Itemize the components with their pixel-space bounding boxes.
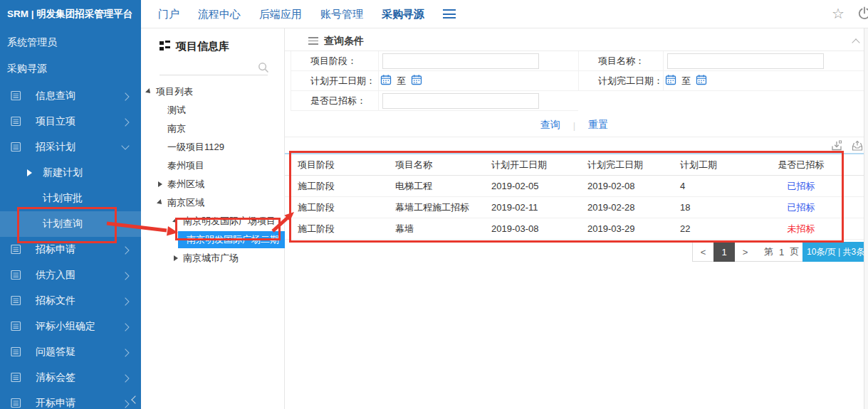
cell-start: 2019-02-05 [491, 181, 587, 191]
project-name-input[interactable] [667, 53, 824, 69]
col-header[interactable]: 计划工期 [680, 159, 758, 171]
tree-node-taizhou-project[interactable]: 泰州项目 [141, 156, 285, 175]
tendered-input[interactable] [382, 93, 539, 109]
tree-collapsed-icon[interactable] [174, 255, 178, 261]
tree-node-level1-1129[interactable]: 一级项目1129 [141, 138, 285, 156]
chevron-right-icon [121, 297, 129, 305]
document-icon [10, 90, 22, 102]
topbar: 门户 流程中心 后端应用 账号管理 采购寻源 ☆ [141, 0, 868, 28]
tree-expanded-icon[interactable] [172, 218, 179, 225]
calendar-icon[interactable] [696, 74, 707, 87]
chevron-right-icon [121, 323, 129, 331]
col-header[interactable]: 项目阶段 [298, 159, 395, 171]
sidebar-module-label[interactable]: 采购寻源 [7, 63, 47, 75]
page-jump-input[interactable]: 1 [779, 247, 784, 257]
tree-expanded-icon[interactable] [145, 88, 152, 95]
next-page-button[interactable]: > [735, 243, 755, 261]
tree-node-project-list[interactable]: 项目列表 [141, 83, 285, 101]
tree-node-nanjing-region[interactable]: 南京区域 [141, 193, 285, 212]
nav-account-mgmt[interactable]: 账号管理 [320, 8, 363, 21]
col-header[interactable]: 计划完工日期 [587, 159, 680, 171]
search-icon[interactable] [258, 62, 269, 73]
nav-portal[interactable]: 门户 [158, 8, 179, 21]
project-name-label: 项目名称： [578, 51, 664, 71]
export-tray-icon[interactable] [851, 139, 864, 152]
tree-node-nanjing[interactable]: 南京 [141, 119, 285, 138]
calendar-icon[interactable] [380, 74, 392, 87]
page-jump-suffix: 页 [790, 245, 799, 258]
sidebar-item-eval-team[interactable]: 评标小组确定 [0, 314, 141, 339]
collapse-up-icon[interactable] [852, 38, 859, 46]
chevron-right-icon [121, 118, 129, 126]
cell-duration: 4 [680, 181, 758, 191]
tree-node-test[interactable]: 测试 [141, 101, 285, 119]
sidebar-item-qa[interactable]: 问题答疑 [0, 339, 141, 365]
status-link-untendered[interactable]: 未招标 [758, 223, 844, 235]
nav-process-center[interactable]: 流程中心 [198, 8, 241, 21]
sidebar-item-label: 问题答疑 [36, 346, 75, 358]
document-icon [10, 397, 22, 409]
table-toolbar [830, 139, 864, 152]
tree-expanded-icon[interactable] [157, 199, 164, 206]
prev-page-button[interactable]: < [693, 243, 713, 261]
tree-node-nanjing-city-plaza[interactable]: 南京城市广场 [141, 249, 285, 267]
document-icon [10, 320, 22, 332]
sidebar-item-project-setup[interactable]: 项目立项 [0, 109, 141, 134]
sidebar-item-label: 招标申请 [36, 243, 75, 256]
cell-end: 2019-02-28 [587, 202, 680, 213]
query-form: 项目阶段： 项目名称： 计划开工日期： 至 计划完工日期： 至 是否已招标： [291, 51, 864, 111]
table-row[interactable]: 施工阶段 幕墙 2019-03-08 2019-03-29 22 未招标 [285, 218, 864, 240]
sidebar-item-info-query[interactable]: 信息查询 [0, 83, 141, 109]
chevron-right-icon [121, 246, 129, 254]
col-header[interactable]: 计划开工日期 [491, 159, 587, 171]
tree-collapsed-icon[interactable] [158, 181, 162, 187]
sidebar-item-label: 项目立项 [36, 115, 75, 128]
sidebar-item-tender-docs[interactable]: 招标文件 [0, 288, 141, 314]
tree-node-mingfa-plaza-project[interactable]: 南京明发国际广场项目 [141, 212, 285, 230]
tree-search-input[interactable] [160, 60, 268, 75]
tree-node-taizhou-region[interactable]: 泰州区域 [141, 175, 285, 193]
col-header[interactable]: 是否已招标 [758, 159, 844, 171]
table-row[interactable]: 施工阶段 电梯工程 2019-02-05 2019-02-08 4 已招标 [285, 176, 864, 197]
document-icon [10, 371, 22, 383]
sidebar-item-bid-clarify[interactable]: 清标会签 [0, 365, 141, 391]
sidebar-item-supplier-shortlist[interactable]: 供方入围 [0, 262, 141, 288]
nav-procurement-sourcing[interactable]: 采购寻源 [382, 8, 424, 21]
chevron-right-icon [121, 400, 129, 408]
button-divider: | [573, 120, 575, 131]
sidebar-item-plan-query[interactable]: 计划查询 [0, 211, 141, 237]
status-link-tendered[interactable]: 已招标 [758, 201, 844, 214]
status-link-tendered[interactable]: 已招标 [758, 180, 844, 193]
col-header[interactable]: 项目名称 [395, 159, 491, 171]
query-buttons-row: 查询 | 重置 [285, 114, 864, 137]
table-row[interactable]: 施工阶段 幕墙工程施工招标 2019-02-11 2019-02-28 18 已… [285, 197, 864, 218]
document-icon [10, 294, 22, 307]
sidebar-item-tender-plan[interactable]: 招采计划 [0, 134, 141, 160]
scrollbar[interactable] [864, 28, 868, 409]
search-button[interactable]: 查询 [540, 119, 560, 132]
sidebar-item-tender-apply[interactable]: 招标申请 [0, 237, 141, 262]
page-size-summary-badge[interactable]: 10条/页 | 共3条 [802, 242, 868, 262]
sidebar-item-label: 计划查询 [43, 218, 83, 230]
cell-name: 电梯工程 [395, 180, 491, 193]
reset-button[interactable]: 重置 [588, 119, 608, 132]
download-icon[interactable] [830, 139, 843, 152]
nav-backend-apps[interactable]: 后端应用 [259, 8, 302, 21]
date-range-to: 至 [397, 75, 406, 87]
tree-node-label-selected[interactable]: 南京明发国际广场二期 [178, 231, 288, 248]
sidebar-item-new-plan[interactable]: 新建计划 [0, 160, 141, 186]
tree-node-mingfa-plaza-phase2[interactable]: 南京明发国际广场二期 [141, 230, 285, 249]
calendar-icon[interactable] [665, 74, 676, 87]
project-stage-input[interactable] [382, 53, 539, 69]
chevron-right-icon [121, 272, 129, 280]
sidebar-item-bid-open[interactable]: 开标申请 [0, 391, 141, 409]
chevron-right-icon [121, 374, 129, 382]
plan-start-label: 计划开工日期： [291, 71, 379, 91]
logout-power-icon[interactable] [857, 6, 868, 23]
calendar-icon[interactable] [411, 74, 422, 87]
favorite-star-icon[interactable]: ☆ [832, 5, 845, 22]
sidebar-role-label: 系统管理员 [7, 36, 57, 49]
current-page-button[interactable]: 1 [713, 242, 735, 262]
hamburger-menu-icon[interactable] [443, 9, 456, 19]
sidebar-item-plan-approval[interactable]: 计划审批 [0, 186, 141, 211]
